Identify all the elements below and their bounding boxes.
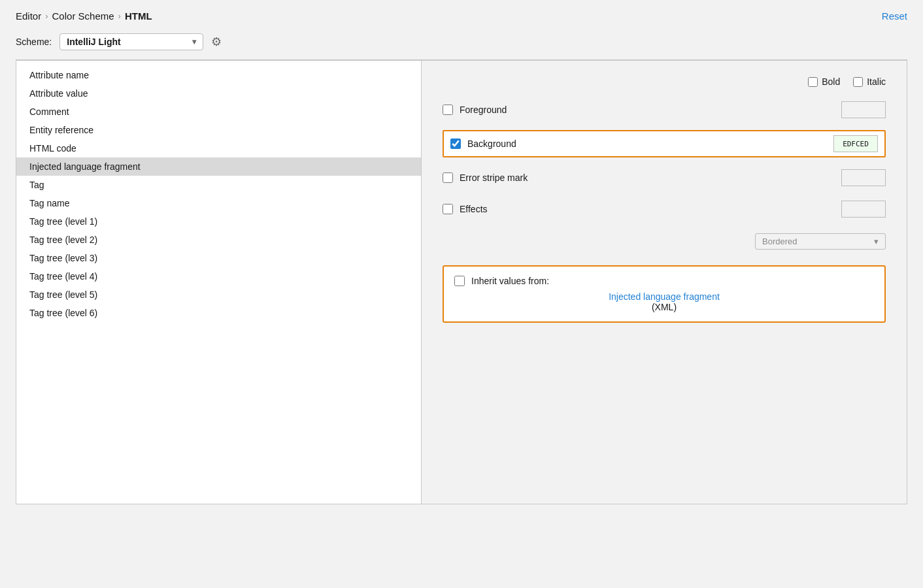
scheme-row: Scheme: IntelliJ Light ▾ ⚙ bbox=[16, 33, 907, 50]
breadcrumb-sep-2: › bbox=[118, 11, 121, 21]
inherit-row: Inherit values from: bbox=[454, 276, 874, 286]
effects-checkbox[interactable] bbox=[443, 204, 453, 214]
list-item-tag-name[interactable]: Tag name bbox=[16, 194, 421, 212]
list-item-tag[interactable]: Tag bbox=[16, 176, 421, 194]
main-content: Attribute name Attribute value Comment E… bbox=[16, 60, 907, 504]
effects-left: Effects bbox=[443, 204, 488, 214]
italic-checkbox[interactable] bbox=[853, 77, 863, 87]
background-checkbox[interactable] bbox=[450, 139, 461, 149]
breadcrumb-editor[interactable]: Editor bbox=[16, 10, 41, 22]
settings-page: Editor › Color Scheme › HTML Reset Schem… bbox=[0, 0, 923, 588]
scheme-label: Scheme: bbox=[16, 37, 52, 47]
inherit-label: Inherit values from: bbox=[471, 276, 549, 286]
background-row: Background EDFCED bbox=[443, 130, 886, 157]
foreground-label: Foreground bbox=[460, 105, 507, 115]
effects-type-value: Bordered bbox=[762, 237, 869, 246]
background-left: Background bbox=[450, 139, 516, 149]
scheme-value: IntelliJ Light bbox=[67, 37, 187, 47]
scheme-dropdown[interactable]: IntelliJ Light ▾ bbox=[59, 33, 203, 50]
breadcrumb-color-scheme[interactable]: Color Scheme bbox=[52, 10, 114, 22]
bold-checkbox[interactable] bbox=[808, 77, 818, 87]
breadcrumb-sep-1: › bbox=[45, 11, 48, 21]
gear-icon[interactable]: ⚙ bbox=[211, 35, 222, 49]
foreground-left: Foreground bbox=[443, 105, 507, 115]
list-item-attribute-name[interactable]: Attribute name bbox=[16, 66, 421, 84]
list-item-tag-tree-level-6[interactable]: Tag tree (level 6) bbox=[16, 304, 421, 322]
list-item-entity-reference[interactable]: Entity reference bbox=[16, 121, 421, 139]
error-stripe-checkbox[interactable] bbox=[443, 172, 453, 183]
inherit-box: Inherit values from: Injected language f… bbox=[443, 265, 886, 323]
effects-dropdown-arrow-icon: ▾ bbox=[874, 237, 879, 246]
bold-text: Bold bbox=[822, 76, 840, 87]
error-stripe-label: Error stripe mark bbox=[460, 172, 528, 183]
error-stripe-left: Error stripe mark bbox=[443, 172, 528, 183]
inherit-link[interactable]: Injected language fragment bbox=[454, 291, 874, 302]
breadcrumb-html: HTML bbox=[125, 10, 152, 22]
italic-text: Italic bbox=[867, 76, 886, 87]
list-item-tag-tree-level-5[interactable]: Tag tree (level 5) bbox=[16, 286, 421, 304]
effects-label: Effects bbox=[460, 204, 488, 214]
style-row: Bold Italic bbox=[443, 76, 886, 87]
list-panel: Attribute name Attribute value Comment E… bbox=[16, 61, 422, 504]
error-stripe-color-swatch[interactable] bbox=[841, 169, 886, 186]
inherit-sub: (XML) bbox=[454, 302, 874, 312]
list-item-tag-tree-level-4[interactable]: Tag tree (level 4) bbox=[16, 267, 421, 286]
effects-row: Effects bbox=[443, 198, 886, 220]
bold-label[interactable]: Bold bbox=[808, 76, 840, 87]
list-item-tag-tree-level-2[interactable]: Tag tree (level 2) bbox=[16, 231, 421, 249]
foreground-color-swatch[interactable] bbox=[841, 101, 886, 118]
reset-button[interactable]: Reset bbox=[882, 10, 907, 22]
list-item-attribute-value[interactable]: Attribute value bbox=[16, 84, 421, 103]
background-color-swatch[interactable]: EDFCED bbox=[833, 135, 878, 152]
foreground-checkbox[interactable] bbox=[443, 105, 453, 115]
breadcrumb: Editor › Color Scheme › HTML Reset bbox=[16, 10, 907, 22]
effects-color-swatch[interactable] bbox=[841, 201, 886, 218]
breadcrumb-path: Editor › Color Scheme › HTML bbox=[16, 10, 152, 22]
list-item-comment[interactable]: Comment bbox=[16, 103, 421, 121]
list-item-injected-language-fragment[interactable]: Injected language fragment bbox=[16, 157, 421, 176]
props-panel: Bold Italic Foreground Backgro bbox=[422, 61, 907, 504]
foreground-row: Foreground bbox=[443, 99, 886, 121]
error-stripe-row: Error stripe mark bbox=[443, 167, 886, 189]
inherit-checkbox[interactable] bbox=[454, 276, 465, 286]
effects-type-dropdown[interactable]: Bordered ▾ bbox=[755, 233, 886, 250]
list-item-tag-tree-level-3[interactable]: Tag tree (level 3) bbox=[16, 249, 421, 267]
list-item-tag-tree-level-1[interactable]: Tag tree (level 1) bbox=[16, 212, 421, 231]
italic-label[interactable]: Italic bbox=[853, 76, 886, 87]
scheme-dropdown-arrow: ▾ bbox=[192, 37, 196, 46]
background-label: Background bbox=[467, 139, 516, 149]
list-item-html-code[interactable]: HTML code bbox=[16, 139, 421, 157]
